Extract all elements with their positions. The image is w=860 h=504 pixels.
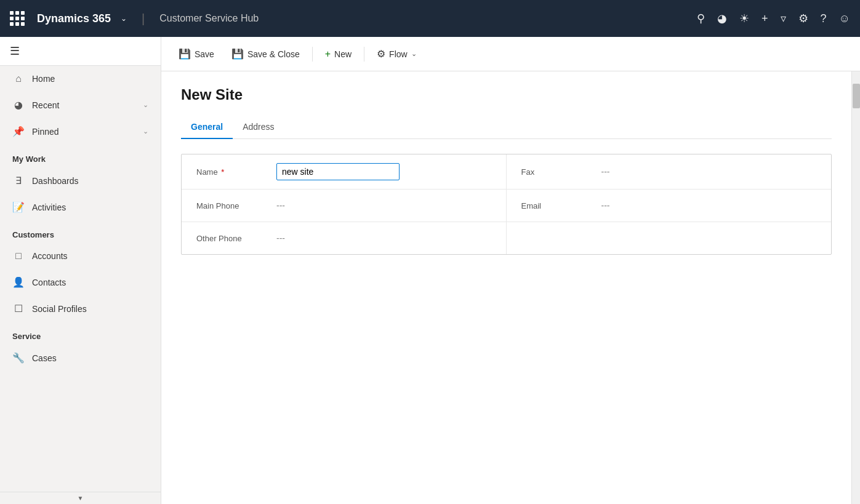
name-label: Name * bbox=[196, 167, 276, 177]
accounts-icon: □ bbox=[12, 250, 25, 262]
form-cell-name: Name * bbox=[182, 154, 507, 189]
content-scrollbar-thumb bbox=[853, 84, 860, 108]
sidebar: ☰ ⌂ Home ◕ Recent ⌄ 📌 Pinned ⌄ My Work ∃ bbox=[0, 37, 161, 504]
form-cell-other-phone: Other Phone --- bbox=[182, 222, 507, 254]
form-cell-main-phone: Main Phone --- bbox=[182, 190, 507, 222]
sidebar-pinned-label: Pinned bbox=[32, 127, 135, 137]
app-name: Customer Service Hub bbox=[159, 13, 259, 24]
save-close-icon: 💾 bbox=[231, 48, 244, 60]
social-profiles-icon: ☐ bbox=[12, 303, 25, 314]
settings-icon[interactable]: ⚙ bbox=[798, 12, 808, 25]
form-row-1: Name * Fax --- bbox=[182, 154, 831, 190]
dashboards-icon: ∃ bbox=[12, 175, 25, 186]
save-label: Save bbox=[195, 49, 214, 59]
sidebar-scroll-down[interactable]: ▼ bbox=[0, 492, 161, 504]
recent-icon: ◕ bbox=[12, 99, 25, 111]
form-cell-fax: Fax --- bbox=[507, 154, 832, 189]
sidebar-item-recent[interactable]: ◕ Recent ⌄ bbox=[0, 92, 161, 118]
flow-chevron-icon: ⌄ bbox=[411, 50, 417, 58]
sidebar-item-social-profiles[interactable]: ☐ Social Profiles bbox=[0, 295, 161, 322]
save-icon: 💾 bbox=[179, 48, 191, 60]
sidebar-item-cases[interactable]: 🔧 Cases bbox=[0, 345, 161, 371]
sidebar-item-activities[interactable]: 📝 Activities bbox=[0, 194, 161, 220]
new-icon: + bbox=[325, 49, 331, 60]
content-scrollbar[interactable] bbox=[851, 71, 860, 504]
tab-general[interactable]: General bbox=[181, 116, 233, 139]
toolbar-separator-2 bbox=[364, 47, 364, 62]
save-close-button[interactable]: 💾 Save & Close bbox=[224, 44, 307, 63]
sidebar-accounts-label: Accounts bbox=[32, 251, 148, 261]
sidebar-dashboards-label: Dashboards bbox=[32, 176, 148, 186]
save-close-label: Save & Close bbox=[247, 49, 300, 59]
new-button[interactable]: + New bbox=[318, 45, 359, 63]
main-phone-label: Main Phone bbox=[196, 201, 276, 210]
profile-icon[interactable]: ☺ bbox=[839, 12, 850, 25]
form-tabs: General Address bbox=[181, 116, 832, 139]
nav-separator: | bbox=[142, 12, 145, 26]
sidebar-item-accounts[interactable]: □ Accounts bbox=[0, 243, 161, 269]
sidebar-home-label: Home bbox=[32, 74, 148, 84]
sidebar-contacts-label: Contacts bbox=[32, 278, 148, 287]
recent-chevron-icon: ⌄ bbox=[143, 101, 148, 109]
search-icon[interactable]: ⚲ bbox=[697, 12, 705, 25]
section-my-work-header: My Work bbox=[0, 145, 161, 167]
hamburger-menu-icon[interactable]: ☰ bbox=[10, 45, 20, 57]
save-button[interactable]: 💾 Save bbox=[171, 44, 222, 63]
fax-value: --- bbox=[601, 167, 817, 177]
sidebar-item-dashboards[interactable]: ∃ Dashboards bbox=[0, 167, 161, 194]
sidebar-recent-label: Recent bbox=[32, 100, 135, 110]
flow-label: Flow bbox=[389, 49, 408, 59]
sidebar-activities-label: Activities bbox=[32, 202, 148, 212]
help-icon[interactable]: ? bbox=[821, 12, 827, 25]
form-content: New Site General Address Name * bbox=[161, 71, 851, 504]
target-icon[interactable]: ◕ bbox=[717, 12, 727, 25]
section-service-header: Service bbox=[0, 322, 161, 345]
filter-icon[interactable]: ▿ bbox=[781, 12, 786, 25]
form-row-2: Main Phone --- Email --- bbox=[182, 190, 831, 222]
bulb-icon[interactable]: ☀ bbox=[739, 12, 749, 25]
form-cell-email: Email --- bbox=[507, 190, 832, 222]
name-value bbox=[276, 163, 491, 180]
top-navigation: Dynamics 365 ⌄ | Customer Service Hub ⚲ … bbox=[0, 0, 860, 37]
brand-chevron-icon[interactable]: ⌄ bbox=[121, 14, 127, 23]
required-asterisk: * bbox=[219, 167, 225, 177]
toolbar: 💾 Save 💾 Save & Close + New ⚙ Flow ⌄ bbox=[161, 37, 860, 71]
email-value: --- bbox=[601, 201, 817, 210]
section-customers-header: Customers bbox=[0, 220, 161, 243]
sidebar-item-home[interactable]: ⌂ Home bbox=[0, 66, 161, 92]
toolbar-separator-1 bbox=[312, 47, 313, 62]
form-cell-empty bbox=[507, 222, 832, 254]
new-label: New bbox=[334, 49, 352, 59]
contacts-icon: 👤 bbox=[12, 276, 25, 288]
home-icon: ⌂ bbox=[12, 73, 25, 84]
main-phone-value: --- bbox=[276, 201, 491, 210]
app-launcher-icon[interactable] bbox=[10, 11, 25, 26]
sidebar-top: ☰ bbox=[0, 37, 161, 66]
new-record-icon[interactable]: + bbox=[762, 12, 768, 25]
brand-name[interactable]: Dynamics 365 bbox=[37, 12, 111, 25]
form-title: New Site bbox=[181, 86, 832, 103]
other-phone-label: Other Phone bbox=[196, 234, 276, 243]
tab-address[interactable]: Address bbox=[233, 116, 284, 139]
sidebar-item-pinned[interactable]: 📌 Pinned ⌄ bbox=[0, 118, 161, 145]
pinned-icon: 📌 bbox=[12, 126, 25, 137]
form-card: Name * Fax --- bbox=[181, 154, 832, 255]
flow-icon: ⚙ bbox=[377, 48, 385, 60]
sidebar-cases-label: Cases bbox=[32, 353, 148, 363]
pinned-chevron-icon: ⌄ bbox=[143, 127, 148, 135]
fax-label: Fax bbox=[521, 167, 601, 177]
name-input[interactable] bbox=[276, 163, 400, 180]
sidebar-item-contacts[interactable]: 👤 Contacts bbox=[0, 269, 161, 295]
activities-icon: 📝 bbox=[12, 201, 25, 213]
other-phone-value: --- bbox=[276, 233, 491, 243]
flow-button[interactable]: ⚙ Flow ⌄ bbox=[369, 44, 424, 63]
form-row-3: Other Phone --- bbox=[182, 222, 831, 254]
cases-icon: 🔧 bbox=[12, 352, 25, 364]
sidebar-social-profiles-label: Social Profiles bbox=[32, 304, 148, 314]
email-label: Email bbox=[521, 201, 601, 210]
